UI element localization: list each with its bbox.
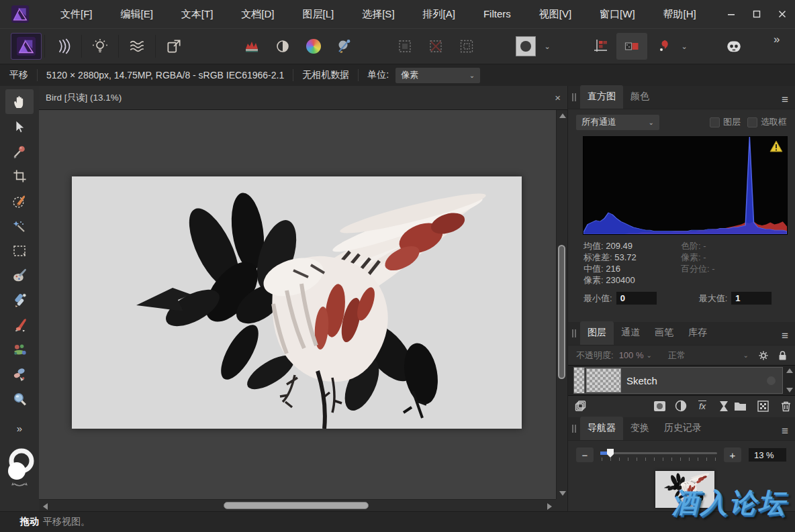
flood-select-tool[interactable] [5,213,34,238]
stroke-fill-swatches[interactable] [2,446,37,488]
menu-select[interactable]: 选择[S] [348,1,408,28]
auto-levels-button[interactable] [236,33,267,60]
zoom-tool[interactable] [5,387,34,412]
panel-menu-icon[interactable]: ≡ [782,333,788,339]
tab-color[interactable]: 颜色 [623,85,657,109]
menu-arrange[interactable]: 排列[A] [409,1,469,28]
auto-colors-button[interactable] [298,33,329,60]
group-layers-icon[interactable] [732,398,748,413]
move-tool[interactable] [5,114,34,139]
deselect-button[interactable] [420,33,451,60]
panel-grip-icon[interactable] [568,417,580,440]
blend-mode-chevron[interactable]: ⌄ [743,352,749,359]
live-filter-hourglass-icon[interactable] [716,398,732,413]
min-value-input[interactable]: 0 [616,291,657,305]
blend-mode-value[interactable]: 正常 [668,350,686,362]
scroll-down-arrow[interactable] [559,491,566,496]
layer-thumbnail[interactable] [586,368,621,392]
close-button[interactable] [769,4,795,24]
scroll-up-arrow[interactable] [559,113,566,118]
zoom-slider[interactable] [600,448,717,462]
horizontal-scroll-thumb[interactable] [224,502,369,509]
units-dropdown[interactable]: 像素 ⌄ [395,68,480,83]
mask-layer-icon[interactable] [651,398,667,413]
photo-persona-button[interactable] [11,33,42,60]
panel-grip-icon[interactable] [568,321,580,345]
zoom-out-button[interactable]: − [576,447,594,462]
paint-brush-tool[interactable] [5,313,34,337]
view-pan-tool[interactable] [5,89,34,114]
panel-menu-icon[interactable]: ≡ [782,97,788,103]
menu-view[interactable]: 视图[V] [525,1,586,28]
panel-grip-icon[interactable] [568,85,580,109]
menu-window[interactable]: 窗口[W] [586,1,649,28]
tab-close-icon[interactable]: × [555,92,561,103]
menu-text[interactable]: 文本[T] [167,1,228,28]
tab-channels[interactable]: 通道 [614,321,647,345]
layer-list-scrollbar[interactable] [785,367,794,394]
scroll-left-arrow[interactable] [43,503,48,510]
layer-drag-handle[interactable] [574,368,585,393]
tab-layers[interactable]: 图层 [580,321,614,345]
pixel-snap-dropdown[interactable]: ⌄ [678,33,690,60]
menu-layer[interactable]: 图层[L] [289,1,348,28]
toolbar-overflow-chevron[interactable]: » [774,33,780,46]
menu-help[interactable]: 帮助[H] [649,1,710,28]
menu-edit[interactable]: 编辑[E] [107,1,167,28]
canvas-viewport[interactable] [39,110,556,499]
clone-stamp-tool[interactable] [5,337,34,362]
panel-menu-icon[interactable]: ≡ [782,428,788,435]
force-pixel-alignment-button[interactable] [616,33,647,60]
quick-mask-dropdown[interactable]: ⌄ [541,33,553,60]
scroll-right-arrow[interactable] [547,503,552,510]
duplicate-layer-icon[interactable] [575,398,587,413]
layer-checkbox[interactable] [710,117,720,127]
tools-overflow-chevron[interactable]: » [17,423,22,434]
develop-persona-button[interactable] [85,33,115,60]
tab-stock[interactable]: 库存 [681,321,714,345]
channel-dropdown[interactable]: 所有通道 ⌄ [576,115,659,130]
menu-document[interactable]: 文档[D] [227,1,288,28]
tab-navigator[interactable]: 导航器 [580,417,623,440]
auto-white-balance-button[interactable] [329,33,360,60]
lock-icon[interactable] [778,350,787,361]
max-value-input[interactable]: 1 [731,291,772,305]
scroll-up-arrow[interactable] [786,368,793,373]
scroll-down-arrow[interactable] [786,388,793,392]
layer-name[interactable]: Sketch [626,375,657,386]
clipping-warning-icon[interactable] [769,140,783,152]
paint-mixer-brush-tool[interactable] [5,263,34,288]
selection-brush-tool[interactable] [5,189,34,213]
menu-file[interactable]: 文件[F] [46,1,107,28]
invert-selection-button[interactable] [451,33,482,60]
adjustment-layer-icon[interactable] [673,398,689,413]
zoom-value-input[interactable]: 13 % [748,447,787,462]
undo-brush-tool[interactable] [5,362,34,387]
maximize-button[interactable] [744,4,769,24]
new-pixel-layer-icon[interactable] [755,398,771,413]
select-all-button[interactable] [389,33,420,60]
layer-effects-fx-icon[interactable]: fx [694,398,710,413]
liquify-persona-button[interactable] [48,33,79,60]
snapping-manager-button[interactable] [586,33,616,60]
opacity-value[interactable]: 100 % [619,350,644,360]
zoom-slider-thumb[interactable] [607,449,614,458]
tab-brushes[interactable]: 画笔 [647,321,681,345]
auto-contrast-button[interactable] [267,33,298,60]
export-persona-button[interactable] [158,33,189,60]
rectangular-marquee-tool[interactable] [5,238,34,263]
layer-row-sketch[interactable]: Sketch [573,367,783,394]
color-picker-tool[interactable] [5,139,34,164]
tone-mapping-persona-button[interactable] [122,33,152,60]
delete-layer-trash-icon[interactable] [778,398,794,413]
move-by-whole-pixels-button[interactable] [647,33,678,60]
opacity-dropdown-chevron[interactable]: ⌄ [647,352,652,359]
tab-histogram[interactable]: 直方图 [580,85,623,109]
assistant-robot-button[interactable] [718,33,749,60]
layer-settings-gear-icon[interactable] [758,350,769,361]
tab-history[interactable]: 历史记录 [657,417,709,440]
minimize-button[interactable] [718,4,744,24]
crop-tool[interactable] [5,164,34,189]
vertical-scroll-thumb[interactable] [558,245,565,379]
horizontal-scrollbar[interactable] [39,499,556,511]
